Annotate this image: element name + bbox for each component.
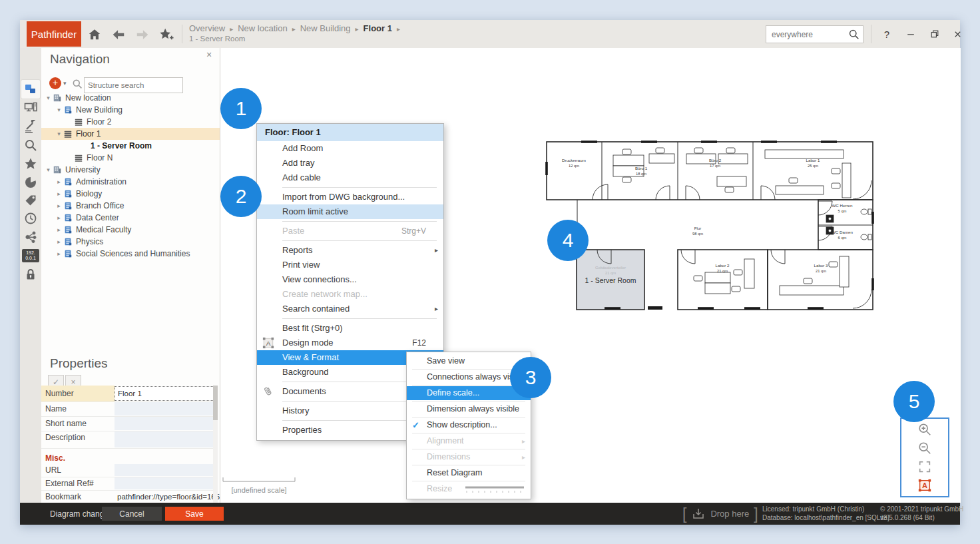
check-icon: ✓ [412,418,419,432]
sidebar-structure-button[interactable] [21,80,40,99]
menu-item-import-dwg[interactable]: Import from DWG background... [257,190,443,204]
sidebar-ip-addresses-button[interactable]: 192. 0.0.1 [21,246,40,265]
menu-item-reports[interactable]: Reports▸ [257,243,443,258]
expander-icon[interactable]: ▾ [55,107,63,113]
expander-icon[interactable]: ▸ [55,250,63,257]
help-button[interactable]: ? [877,25,896,43]
url-value-field[interactable] [115,464,214,476]
add-node-caret-icon[interactable]: ▾ [63,80,67,87]
tree-item-administration[interactable]: ▸ Administration [41,176,220,188]
submenu-item-save-view[interactable]: Save view [407,354,531,368]
menu-item-best-fit[interactable]: Best fit (Strg+0) [257,321,443,336]
expander-icon[interactable]: ▾ [44,95,53,101]
tree-item-physics[interactable]: ▸ Physics [41,236,220,248]
name-value-field[interactable] [115,402,214,415]
breadcrumb[interactable]: Overview▸New location▸New Building▸Floor… [189,23,405,33]
menu-item-print-view[interactable]: Print view [257,258,443,272]
search-icon[interactable] [848,29,859,40]
cancel-button[interactable]: Cancel [102,507,162,521]
tree-item-server-room[interactable]: 1 - Server Room [41,140,220,152]
menu-item-design-mode[interactable]: A Design modeF12 [257,336,443,350]
tree-item-data-center[interactable]: ▸ Data Center [41,212,220,224]
breadcrumb-item[interactable]: New Building [300,23,351,33]
menu-item-label: Room limit active [282,206,348,216]
sidebar-history-button[interactable] [21,209,40,228]
star-plus-icon [158,27,175,42]
fit-view-button[interactable] [916,459,933,475]
external-ref-value-field[interactable] [115,477,214,489]
submenu-item-dimension-always-visible[interactable]: Dimension always visible [407,402,531,416]
description-value-field[interactable] [115,431,214,447]
close-button[interactable] [948,25,967,43]
floor-plan[interactable]: Druckerraum 12 qm Büro 1 18 qm Büro 2 17… [541,135,881,314]
breadcrumb-child[interactable]: 1 - Server Room [189,35,245,43]
sidebar-topology-button[interactable] [21,228,40,246]
number-value-field[interactable]: Floor 1 [115,386,216,401]
bookmark-value[interactable]: pathfinder://type=floor&id=165 [115,491,214,503]
add-favorite-button[interactable] [157,27,176,43]
tree-item-branch-office[interactable]: ▸ Branch Office [41,200,220,212]
forward-button[interactable] [134,27,150,43]
sidebar-search-button[interactable] [21,136,40,154]
restore-button[interactable] [925,25,944,43]
sidebar-tags-button[interactable] [21,191,40,210]
global-search-input[interactable] [770,27,846,41]
breadcrumb-item[interactable]: Overview [189,23,225,33]
home-button[interactable] [87,27,103,43]
sidebar-reports-button[interactable] [21,173,40,192]
bottom-status-bar: Diagram changes: Cancel Save [ Drop here… [20,503,960,525]
tree-item-floor-n[interactable]: Floor N [41,152,220,164]
add-node-button[interactable]: + [49,77,61,89]
minimize-button[interactable] [901,25,920,43]
sidebar-favorites-button[interactable] [21,154,40,173]
tree-item-new-building[interactable]: ▾ New Building [41,104,220,116]
breadcrumb-item-current[interactable]: Floor 1 [364,23,392,33]
sidebar-devices-button[interactable] [21,99,40,117]
expander-icon[interactable]: ▸ [55,214,63,221]
menu-item-view-connections[interactable]: View connections... [257,272,443,287]
zoom-out-button[interactable] [916,440,933,456]
expander-icon[interactable]: ▸ [55,226,63,233]
submenu-item-define-scale[interactable]: Define scale... [407,386,531,400]
property-label: External Ref# [41,477,115,490]
tree-item-university[interactable]: ▾ University [41,164,220,176]
menu-item-add-room[interactable]: Add Room [257,141,443,156]
menu-item-search-contained[interactable]: Search contained▸ [257,302,443,316]
tree-item-medical-faculty[interactable]: ▸ Medical Faculty [41,224,220,236]
floor-icon [63,129,73,138]
menu-item-add-cable[interactable]: Add cable [257,170,443,185]
tree-item-floor-1-selected[interactable]: ▾ Floor 1 [41,128,220,140]
expander-icon[interactable]: ▾ [44,166,53,173]
save-button[interactable]: Save [165,507,224,521]
tree-item-biology[interactable]: ▸ Biology [41,188,220,200]
panel-close-button[interactable]: × [204,49,214,60]
back-button[interactable] [111,27,126,43]
ip-icon-line2: 0.0.1 [25,256,36,261]
expander-icon[interactable]: ▸ [55,178,63,185]
submenu-item-reset-diagram[interactable]: Reset Diagram [407,466,531,480]
expander-icon[interactable]: ▸ [55,202,63,209]
expander-icon[interactable]: ▸ [55,190,63,197]
sidebar-security-button[interactable] [21,265,40,284]
short-name-value-field[interactable] [115,417,214,430]
scrollbar-thumb[interactable] [213,386,218,420]
topology-icon [24,230,37,244]
menu-item-add-tray[interactable]: Add tray [257,156,443,170]
sidebar-tools-button[interactable] [21,117,40,136]
tree-item-social-sciences[interactable]: ▸ Social Sciences and Humanities [41,248,220,260]
breadcrumb-item[interactable]: New location [238,23,287,33]
tree-item-floor-2[interactable]: Floor 2 [41,116,220,128]
drop-here-target[interactable]: [ Drop here ] [682,503,758,525]
minimize-icon [905,29,916,39]
structure-search-input[interactable] [84,77,183,93]
expander-icon[interactable]: ▾ [55,131,63,137]
property-row-name: Name [41,402,214,417]
submenu-item-show-description[interactable]: ✓Show description... [407,418,531,432]
properties-scrollbar[interactable] [213,386,218,503]
tree-item-new-location[interactable]: ▾ New location [41,92,220,104]
expander-icon[interactable]: ▸ [55,238,63,245]
design-mode-toggle-button[interactable]: A [916,477,933,493]
zoom-in-button[interactable] [916,421,933,437]
breadcrumb-separator-icon: ▸ [292,25,296,33]
menu-item-room-limit-active[interactable]: Room limit active [257,204,443,219]
